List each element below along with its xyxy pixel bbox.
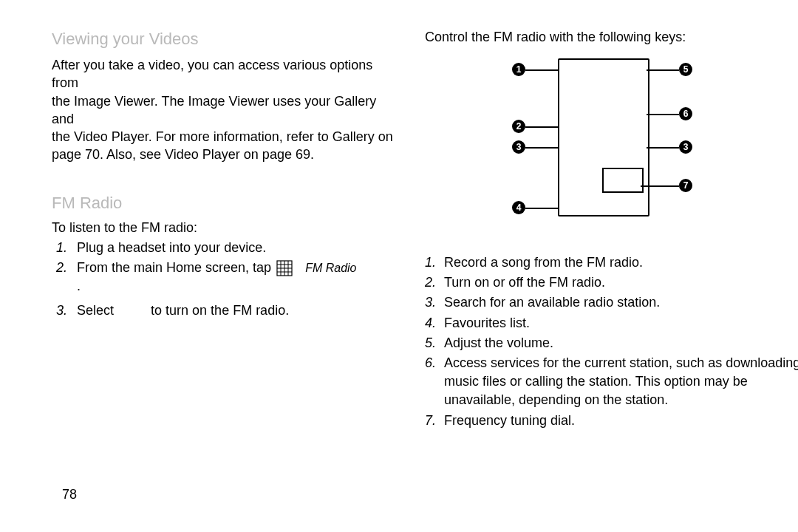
para1-line2: the Image Viewer. The Image Viewer uses … — [52, 94, 376, 126]
list-item: 7. Frequency tuning dial. — [425, 412, 798, 430]
heading-fm-radio: FM Radio — [52, 194, 399, 213]
lead-line — [647, 69, 679, 71]
page: Viewing your Videos After you take a vid… — [0, 0, 798, 532]
step-number: 1. — [52, 239, 77, 257]
list-item: 1. Record a song from the FM radio. — [425, 253, 798, 272]
key-text: Search for an available radio station. — [444, 293, 798, 312]
step-number: 3. — [52, 301, 77, 320]
key-text: Favourites list. — [444, 314, 798, 332]
key-text: Frequency tuning dial. — [444, 412, 798, 430]
fm-radio-steps: 1. Plug a headset into your device. 2. F… — [52, 239, 399, 321]
key-number: 3. — [425, 293, 444, 312]
para1-line1: After you take a video, you can access v… — [52, 58, 372, 90]
callout-3-left: 3 — [512, 140, 525, 154]
list-item: 2. From the main Home screen, tap — [52, 259, 399, 296]
callout-5: 5 — [679, 63, 692, 76]
step2-dot: . — [77, 279, 81, 293]
callout-3-right: 3 — [679, 140, 692, 154]
key-text: Adjust the volume. — [444, 334, 798, 352]
fm-radio-diagram: 1 2 3 4 5 6 3 7 — [499, 58, 720, 236]
step-text: Select to turn on the FM radio. — [77, 301, 399, 320]
step-text: Plug a headset into your device. — [77, 239, 399, 257]
inner-box — [602, 168, 644, 193]
step-number: 2. — [52, 259, 77, 277]
lead-line — [525, 208, 558, 209]
key-number: 2. — [425, 273, 444, 292]
list-item: 6. Access services for the current stati… — [425, 354, 798, 410]
callout-2: 2 — [512, 120, 525, 133]
callout-7: 7 — [679, 179, 692, 192]
right-column: Control the FM radio with the following … — [425, 30, 798, 432]
list-item: 5. Adjust the volume. — [425, 334, 798, 352]
list-item: 3. Search for an available radio station… — [425, 293, 798, 312]
list-item: 2. Turn on or off the FM radio. — [425, 273, 798, 292]
key-number: 1. — [425, 253, 444, 272]
step3-part-a: Select — [77, 303, 114, 318]
page-number: 78 — [62, 487, 77, 502]
list-item: 3. Select to turn on the FM radio. — [52, 301, 399, 320]
step2-part-a: From the main Home screen, tap — [77, 260, 271, 275]
para1-line3: the Video Player. For more information, … — [52, 129, 393, 144]
heading-viewing-your-videos: Viewing your Videos — [52, 30, 399, 49]
lead-line — [525, 69, 558, 71]
key-number: 4. — [425, 314, 444, 332]
key-text: Access services for the current station,… — [444, 354, 798, 410]
list-item: 1. Plug a headset into your device. — [52, 239, 399, 257]
lead-line — [647, 114, 679, 115]
lead-line — [525, 126, 558, 128]
list-item: 4. Favourites list. — [425, 314, 798, 332]
lead-line — [647, 147, 679, 149]
key-text: Record a song from the FM radio. — [444, 253, 798, 272]
key-descriptions: 1. Record a song from the FM radio. 2. T… — [425, 253, 798, 430]
paragraph-videos: After you take a video, you can access v… — [52, 56, 399, 164]
control-keys-intro: Control the FM radio with the following … — [425, 30, 798, 45]
key-number: 7. — [425, 412, 444, 430]
lead-line — [525, 147, 558, 149]
step3-part-b: to turn on the FM radio. — [151, 303, 289, 318]
callout-1: 1 — [512, 63, 525, 76]
key-number: 6. — [425, 354, 444, 372]
callout-4: 4 — [512, 201, 525, 214]
para1-line4: page 70. Also, see Video Player on page … — [52, 147, 314, 162]
fm-radio-intro: To listen to the FM radio: — [52, 220, 399, 236]
key-text: Turn on or off the FM radio. — [444, 273, 798, 292]
fm-radio-icon-label: FM Radio — [305, 262, 356, 274]
left-column: Viewing your Videos After you take a vid… — [52, 30, 399, 322]
callout-6: 6 — [679, 107, 692, 120]
key-number: 5. — [425, 334, 444, 352]
step-text: From the main Home screen, tap FM Rad — [77, 259, 399, 296]
lead-line — [641, 185, 679, 187]
apps-grid-icon — [276, 260, 293, 276]
